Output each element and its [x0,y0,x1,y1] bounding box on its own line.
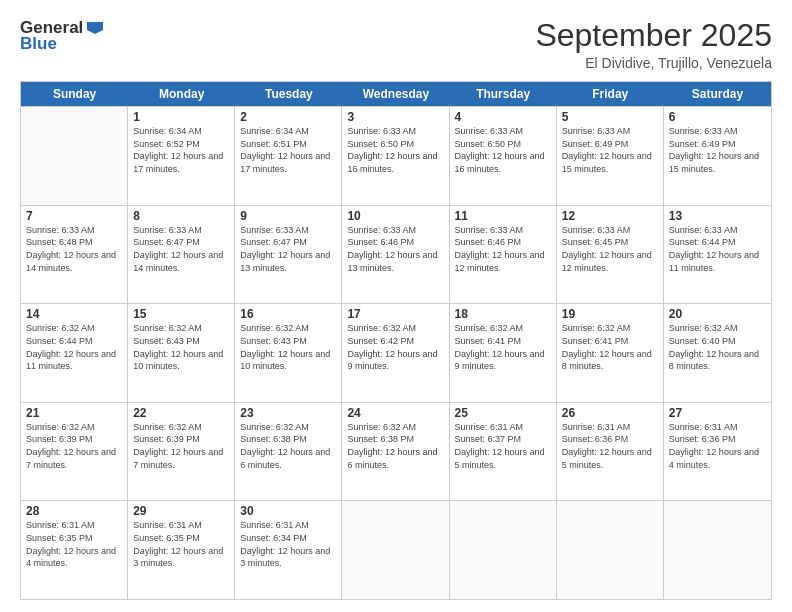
calendar-week-4: 21Sunrise: 6:32 AM Sunset: 6:39 PM Dayli… [21,402,771,501]
day-cell-8: 8Sunrise: 6:33 AM Sunset: 6:47 PM Daylig… [128,206,235,304]
page-header: General Blue September 2025 El Dividive,… [20,18,772,71]
day-cell-5: 5Sunrise: 6:33 AM Sunset: 6:49 PM Daylig… [557,107,664,205]
day-number: 16 [240,307,336,321]
day-cell-24: 24Sunrise: 6:32 AM Sunset: 6:38 PM Dayli… [342,403,449,501]
day-number: 9 [240,209,336,223]
day-info: Sunrise: 6:34 AM Sunset: 6:52 PM Dayligh… [133,125,229,175]
day-info: Sunrise: 6:33 AM Sunset: 6:44 PM Dayligh… [669,224,766,274]
day-cell-empty [450,501,557,599]
calendar-week-1: 1Sunrise: 6:34 AM Sunset: 6:52 PM Daylig… [21,106,771,205]
day-header-saturday: Saturday [664,82,771,106]
title-block: September 2025 El Dividive, Trujillo, Ve… [535,18,772,71]
day-cell-empty [21,107,128,205]
day-info: Sunrise: 6:31 AM Sunset: 6:35 PM Dayligh… [133,519,229,569]
day-number: 17 [347,307,443,321]
day-header-friday: Friday [557,82,664,106]
day-info: Sunrise: 6:33 AM Sunset: 6:50 PM Dayligh… [455,125,551,175]
day-info: Sunrise: 6:33 AM Sunset: 6:48 PM Dayligh… [26,224,122,274]
day-header-tuesday: Tuesday [235,82,342,106]
day-info: Sunrise: 6:32 AM Sunset: 6:43 PM Dayligh… [133,322,229,372]
day-info: Sunrise: 6:31 AM Sunset: 6:34 PM Dayligh… [240,519,336,569]
calendar-week-3: 14Sunrise: 6:32 AM Sunset: 6:44 PM Dayli… [21,303,771,402]
calendar-body: 1Sunrise: 6:34 AM Sunset: 6:52 PM Daylig… [21,106,771,599]
calendar-header: SundayMondayTuesdayWednesdayThursdayFrid… [21,82,771,106]
day-cell-16: 16Sunrise: 6:32 AM Sunset: 6:43 PM Dayli… [235,304,342,402]
day-cell-18: 18Sunrise: 6:32 AM Sunset: 6:41 PM Dayli… [450,304,557,402]
day-cell-15: 15Sunrise: 6:32 AM Sunset: 6:43 PM Dayli… [128,304,235,402]
logo-blue-text: Blue [20,34,57,54]
day-cell-14: 14Sunrise: 6:32 AM Sunset: 6:44 PM Dayli… [21,304,128,402]
day-number: 2 [240,110,336,124]
day-cell-10: 10Sunrise: 6:33 AM Sunset: 6:46 PM Dayli… [342,206,449,304]
calendar-grid: SundayMondayTuesdayWednesdayThursdayFrid… [20,81,772,600]
day-number: 22 [133,406,229,420]
day-info: Sunrise: 6:33 AM Sunset: 6:47 PM Dayligh… [240,224,336,274]
day-info: Sunrise: 6:32 AM Sunset: 6:41 PM Dayligh… [562,322,658,372]
day-number: 21 [26,406,122,420]
day-info: Sunrise: 6:31 AM Sunset: 6:35 PM Dayligh… [26,519,122,569]
day-number: 28 [26,504,122,518]
day-info: Sunrise: 6:32 AM Sunset: 6:39 PM Dayligh… [26,421,122,471]
day-number: 29 [133,504,229,518]
day-number: 19 [562,307,658,321]
day-number: 26 [562,406,658,420]
day-number: 6 [669,110,766,124]
day-info: Sunrise: 6:33 AM Sunset: 6:46 PM Dayligh… [347,224,443,274]
day-info: Sunrise: 6:33 AM Sunset: 6:47 PM Dayligh… [133,224,229,274]
svg-marker-1 [87,22,103,28]
day-info: Sunrise: 6:31 AM Sunset: 6:36 PM Dayligh… [669,421,766,471]
day-number: 8 [133,209,229,223]
day-cell-6: 6Sunrise: 6:33 AM Sunset: 6:49 PM Daylig… [664,107,771,205]
month-title: September 2025 [535,18,772,53]
day-cell-empty [342,501,449,599]
day-cell-30: 30Sunrise: 6:31 AM Sunset: 6:34 PM Dayli… [235,501,342,599]
day-number: 25 [455,406,551,420]
day-info: Sunrise: 6:33 AM Sunset: 6:49 PM Dayligh… [562,125,658,175]
day-cell-17: 17Sunrise: 6:32 AM Sunset: 6:42 PM Dayli… [342,304,449,402]
day-number: 18 [455,307,551,321]
day-info: Sunrise: 6:32 AM Sunset: 6:38 PM Dayligh… [347,421,443,471]
calendar-week-5: 28Sunrise: 6:31 AM Sunset: 6:35 PM Dayli… [21,500,771,599]
day-cell-23: 23Sunrise: 6:32 AM Sunset: 6:38 PM Dayli… [235,403,342,501]
day-number: 30 [240,504,336,518]
calendar-week-2: 7Sunrise: 6:33 AM Sunset: 6:48 PM Daylig… [21,205,771,304]
day-cell-2: 2Sunrise: 6:34 AM Sunset: 6:51 PM Daylig… [235,107,342,205]
day-number: 7 [26,209,122,223]
day-number: 13 [669,209,766,223]
day-info: Sunrise: 6:33 AM Sunset: 6:49 PM Dayligh… [669,125,766,175]
day-cell-9: 9Sunrise: 6:33 AM Sunset: 6:47 PM Daylig… [235,206,342,304]
day-number: 20 [669,307,766,321]
day-header-thursday: Thursday [450,82,557,106]
day-info: Sunrise: 6:34 AM Sunset: 6:51 PM Dayligh… [240,125,336,175]
day-info: Sunrise: 6:32 AM Sunset: 6:43 PM Dayligh… [240,322,336,372]
day-info: Sunrise: 6:31 AM Sunset: 6:37 PM Dayligh… [455,421,551,471]
day-cell-25: 25Sunrise: 6:31 AM Sunset: 6:37 PM Dayli… [450,403,557,501]
day-number: 12 [562,209,658,223]
day-cell-20: 20Sunrise: 6:32 AM Sunset: 6:40 PM Dayli… [664,304,771,402]
day-cell-7: 7Sunrise: 6:33 AM Sunset: 6:48 PM Daylig… [21,206,128,304]
day-number: 24 [347,406,443,420]
day-cell-4: 4Sunrise: 6:33 AM Sunset: 6:50 PM Daylig… [450,107,557,205]
day-number: 27 [669,406,766,420]
day-number: 15 [133,307,229,321]
day-info: Sunrise: 6:32 AM Sunset: 6:44 PM Dayligh… [26,322,122,372]
day-number: 14 [26,307,122,321]
day-info: Sunrise: 6:32 AM Sunset: 6:39 PM Dayligh… [133,421,229,471]
day-number: 11 [455,209,551,223]
day-info: Sunrise: 6:31 AM Sunset: 6:36 PM Dayligh… [562,421,658,471]
logo: General Blue [20,18,105,54]
day-cell-22: 22Sunrise: 6:32 AM Sunset: 6:39 PM Dayli… [128,403,235,501]
day-header-sunday: Sunday [21,82,128,106]
day-cell-empty [557,501,664,599]
day-info: Sunrise: 6:33 AM Sunset: 6:46 PM Dayligh… [455,224,551,274]
day-cell-empty [664,501,771,599]
day-header-monday: Monday [128,82,235,106]
location-text: El Dividive, Trujillo, Venezuela [535,55,772,71]
day-info: Sunrise: 6:32 AM Sunset: 6:42 PM Dayligh… [347,322,443,372]
day-cell-27: 27Sunrise: 6:31 AM Sunset: 6:36 PM Dayli… [664,403,771,501]
day-number: 1 [133,110,229,124]
day-cell-21: 21Sunrise: 6:32 AM Sunset: 6:39 PM Dayli… [21,403,128,501]
day-cell-26: 26Sunrise: 6:31 AM Sunset: 6:36 PM Dayli… [557,403,664,501]
day-number: 10 [347,209,443,223]
logo-flag-icon [85,18,105,38]
